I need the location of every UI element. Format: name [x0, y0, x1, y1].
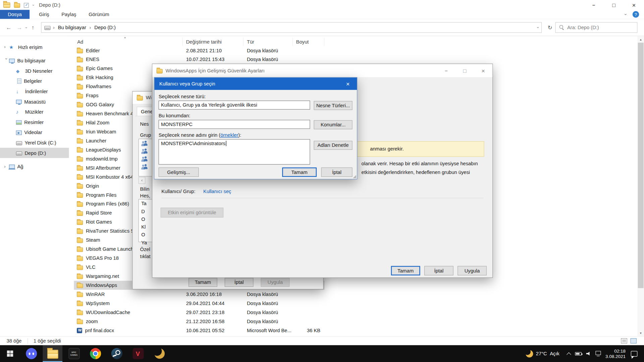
taskbar-app-tb-chrome[interactable] [86, 345, 105, 362]
apply-button[interactable]: Uygula [261, 278, 290, 287]
minimize-button[interactable] [437, 64, 455, 77]
view-effective-access-button[interactable]: Etkin erişimi görüntüle [161, 208, 223, 218]
expander-icon[interactable] [4, 58, 9, 63]
recent-locations-chevron-icon[interactable] [24, 27, 28, 28]
ok-button[interactable]: Tamam [282, 168, 317, 177]
resize-grip[interactable] [353, 174, 356, 178]
ok-button[interactable]: Tamam [391, 266, 420, 275]
cancel-button[interactable]: İptal [321, 168, 353, 177]
taskbar-app-tb-epic[interactable] [64, 345, 84, 362]
maximize-button[interactable] [455, 64, 474, 77]
file-row-folder[interactable]: Editler 2.08.2021 21:10 Dosya klasörü [74, 46, 324, 55]
file-icon [77, 139, 83, 143]
qat-folder-icon[interactable] [14, 3, 20, 7]
taskbar-app-tb-discord[interactable] [21, 345, 41, 362]
column-header[interactable]: Boyut [293, 38, 324, 46]
breadcrumb-chevron-icon[interactable] [90, 25, 91, 30]
tab-dosya[interactable]: Dosya [0, 10, 30, 19]
taskbar-app-tb-crescent[interactable] [150, 345, 169, 362]
scroll-down-icon[interactable] [637, 329, 644, 336]
examples-link[interactable]: örnekler [220, 132, 238, 138]
up-button[interactable] [28, 24, 38, 31]
minimize-button[interactable] [584, 0, 604, 10]
search-box[interactable]: Ara: Depo (D:) [555, 22, 638, 33]
address-bar[interactable]: Bu bilgisayar Depo (D:) [41, 22, 542, 33]
maximize-button[interactable] [604, 0, 624, 10]
select-user-link[interactable]: Kullanıcı seç [203, 188, 231, 194]
cancel-button[interactable]: İptal [225, 278, 254, 287]
sidebar-item-desktop[interactable]: Masaüstü [0, 97, 69, 107]
text-caret [226, 141, 226, 146]
folder-icon [157, 69, 163, 73]
sidebar-item-music[interactable]: Müzikler [0, 107, 69, 117]
scroll-up-icon[interactable] [637, 36, 644, 43]
ribbon-tab[interactable]: Giriş [33, 10, 55, 19]
details-view-icon[interactable] [621, 338, 627, 344]
file-row-folder[interactable]: zoom 21.12.2020 16:58 Dosya klasörü [74, 317, 324, 326]
file-row-word[interactable]: pnf final.docx 10.06.2021 05:52 Microsof… [74, 326, 324, 335]
sidebar-item-drive[interactable]: Depo (D:) [0, 148, 69, 158]
taskbar-app-tb-vivaldi[interactable] [128, 345, 148, 362]
ok-button[interactable]: Tamam [189, 278, 217, 287]
location-field[interactable]: MONSTERPC [159, 120, 310, 129]
column-header[interactable]: Ad [74, 38, 182, 46]
ribbon-tab[interactable]: Görünüm [83, 10, 115, 19]
ribbon-collapse-chevron-icon[interactable] [624, 13, 629, 15]
file-row-folder[interactable]: WpSystem 29.04.2021 04:44 Dosya klasörü [74, 299, 324, 308]
sidebar-item-pc[interactable]: Bu bilgisayar [0, 55, 69, 66]
qat-properties-icon[interactable] [24, 3, 29, 8]
sidebar-item-cube[interactable]: 3D Nesneler [0, 66, 69, 76]
file-row-folder[interactable]: WinRAR 3.06.2020 16:18 Dosya klasörü [74, 290, 324, 299]
weather-widget[interactable]: 27°C Açık [522, 350, 562, 357]
back-button[interactable] [3, 24, 14, 31]
taskbar-app-tb-explorer[interactable] [43, 345, 62, 362]
object-name-field[interactable]: MONSTERPC\Administrators [159, 139, 310, 165]
action-center-icon[interactable] [631, 351, 638, 356]
expander-icon[interactable] [4, 45, 9, 49]
ribbon-tab[interactable]: Paylaş [55, 10, 83, 19]
cancel-button[interactable]: İptal [424, 266, 453, 275]
column-header[interactable]: Değiştirme tarihi [183, 38, 244, 46]
column-header[interactable]: Tür [244, 38, 293, 46]
sidebar-item-picture[interactable]: Resimler [0, 117, 69, 127]
scrollbar-thumb[interactable] [638, 43, 644, 288]
breadcrumb-current[interactable]: Depo (D:) [94, 24, 117, 30]
advanced-button[interactable]: Gelişmiş... [159, 168, 199, 177]
sidebar-item-star[interactable]: Hızlı erişim [0, 42, 69, 52]
qat-customize-chevron-icon[interactable] [31, 4, 35, 6]
close-button[interactable] [474, 64, 492, 77]
close-button[interactable] [624, 0, 644, 10]
address-dropdown-chevron-icon[interactable] [536, 27, 540, 28]
taskbar-app-tb-steam[interactable] [107, 345, 126, 362]
file-row-folder[interactable]: ENES 10.07.2021 15:43 Dosya klasörü [74, 55, 324, 64]
status-bar: 38 öğe 1 öğe seçildi [0, 336, 644, 345]
breadcrumb-this-pc[interactable]: Bu bilgisayar [57, 24, 87, 30]
file-row-folder[interactable]: WUDownloadCache 29.07.2021 23:18 Dosya k… [74, 308, 324, 317]
close-button[interactable] [339, 77, 357, 90]
taskbar-clock[interactable]: 02:18 3.08.2021 [605, 348, 626, 359]
refresh-button[interactable] [545, 24, 555, 31]
vertical-scrollbar[interactable] [637, 36, 644, 336]
object-types-button[interactable]: Nesne Türleri... [314, 101, 353, 110]
help-icon[interactable] [633, 11, 639, 18]
sidebar-item-drive[interactable]: Yerel Disk (C:) [0, 137, 69, 148]
expander-icon[interactable] [4, 164, 9, 169]
start-button[interactable] [0, 345, 20, 362]
network-icon[interactable] [596, 351, 601, 355]
apply-button[interactable]: Uygula [458, 266, 487, 275]
check-names-button[interactable]: Adları Denetle [314, 141, 353, 150]
forward-button[interactable] [14, 24, 25, 31]
h-scroll-left-button[interactable] [139, 177, 146, 184]
sidebar-item-doc[interactable]: Belgeler [0, 76, 69, 86]
thumbnail-view-icon[interactable] [631, 338, 637, 344]
locations-button[interactable]: Konumlar... [314, 120, 353, 129]
battery-icon[interactable] [575, 352, 582, 355]
object-type-field[interactable]: Kullanıcı, Grup ya da Yerleşik güvenlik … [159, 101, 310, 110]
breadcrumb-chevron-icon[interactable] [53, 25, 55, 30]
sidebar-item-network[interactable]: Ağ [0, 161, 69, 172]
sidebar-item-download[interactable]: İndirilenler [0, 86, 69, 97]
volume-icon[interactable] [586, 351, 591, 356]
file-name: zoom [86, 318, 98, 324]
sidebar-item-video[interactable]: Videolar [0, 127, 69, 138]
tray-expand-icon[interactable] [567, 352, 571, 357]
